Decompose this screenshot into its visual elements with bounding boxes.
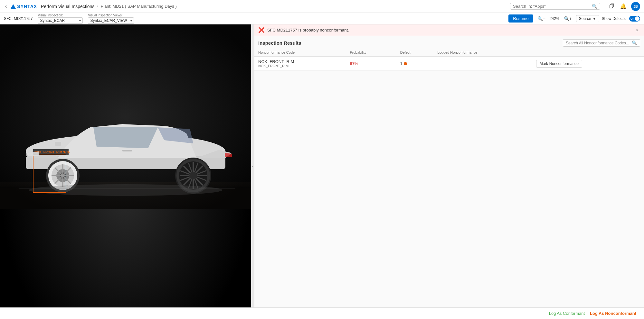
col-actions [532, 49, 644, 57]
logo-text: SYNTAX [17, 4, 37, 9]
toggle-knob [635, 16, 639, 21]
resume-button[interactable]: Resume [508, 14, 533, 23]
results-search: 🔍 [563, 39, 640, 47]
probability-value: 97% [350, 61, 358, 66]
alert-banner: ❌ SFC MD211757 is probably nonconformant… [254, 24, 644, 36]
svg-point-26 [189, 172, 197, 179]
back-button[interactable]: ‹ [4, 2, 8, 11]
results-header: Inspection Results 🔍 [254, 36, 644, 49]
search-input[interactable] [513, 4, 590, 9]
visual-inspection-select-wrapper: Syntax_ECAR [38, 17, 83, 24]
visual-inspection-select[interactable]: Syntax_ECAR [38, 17, 83, 24]
logged-nonconformance-cell [434, 57, 532, 71]
col-nonconformance-code: Nonconformance Code [254, 49, 346, 57]
nav-right: 🗍 🔔 JB [608, 2, 640, 11]
zoom-level: 242% [550, 16, 560, 21]
visual-inspection-group: Visual Inspection: Syntax_ECAR [38, 14, 83, 24]
col-logged-nonconformance: Logged Nonconformance [434, 49, 532, 57]
source-label: Source [579, 16, 591, 21]
nonconformance-code-cell: NOK_FRONT_RIM NOK_FRONT_RIM [254, 57, 346, 71]
visual-inspection-views-select[interactable]: Syntax_ECAR_VIEW [88, 17, 134, 24]
alert-text: SFC MD211757 is probably nonconformant. [267, 28, 632, 32]
svg-rect-3 [0, 24, 251, 209]
nonconformance-code-main: NOK_FRONT_RIM [258, 59, 342, 64]
nonconformance-search-input[interactable] [566, 41, 630, 45]
source-chevron-icon: ▼ [592, 16, 596, 21]
svg-rect-28 [19, 188, 235, 189]
search-icon-button[interactable]: 🔍 [592, 4, 597, 9]
plant-info: Plant: MD21 ( SAP Manufacturing Days ) [101, 4, 177, 9]
sfc-label: SFC: MD211757 [4, 16, 33, 21]
search-bar: 🔍 [510, 3, 600, 10]
source-button[interactable]: Source ▼ [576, 15, 599, 22]
defect-dot-icon [404, 62, 407, 65]
show-defects-label: Show Defects: [602, 16, 627, 21]
nonconformance-search-button[interactable]: 🔍 [632, 41, 637, 45]
main-content: NOK_FRONT_RIM 97% ⋮ ❌ SFC MD211757 is pr… [0, 24, 644, 307]
logo-area: SYNTAX [11, 4, 37, 9]
defect-count: 1 [400, 61, 430, 66]
visual-inspection-views-label: Visual Inspection Views: [88, 14, 134, 17]
col-defect: Defect [396, 49, 434, 57]
visual-inspection-views-select-wrapper: Syntax_ECAR_VIEW [88, 17, 134, 24]
log-as-nonconformant-button[interactable]: Log As Nonconformant [590, 311, 636, 316]
alert-error-icon: ❌ [258, 27, 265, 33]
defect-number: 1 [400, 61, 402, 66]
svg-point-27 [29, 184, 222, 196]
top-nav: ‹ SYNTAX Perform Visual Inspections › Pl… [0, 0, 644, 13]
results-table: Nonconformance Code Probability Defect L… [254, 49, 644, 71]
bell-icon-button[interactable]: 🔔 [619, 2, 628, 11]
svg-rect-32 [122, 150, 132, 151]
sub-toolbar: SFC: MD211757 Visual Inspection: Syntax_… [0, 13, 644, 24]
image-panel: NOK_FRONT_RIM 97% [0, 24, 251, 307]
results-title: Inspection Results [258, 40, 301, 46]
logo-icon [11, 4, 16, 9]
log-as-conformant-button[interactable]: Log As Conformant [549, 311, 585, 316]
zoom-out-button[interactable]: 🔍− [536, 15, 547, 22]
svg-text:NOK_FRONT_RIM 97%: NOK_FRONT_RIM 97% [34, 150, 70, 154]
avatar-button[interactable]: JB [631, 2, 640, 11]
table-header-row: Nonconformance Code Probability Defect L… [254, 49, 644, 57]
visual-inspection-views-group: Visual Inspection Views: Syntax_ECAR_VIE… [88, 14, 134, 24]
mark-nonconformance-button[interactable]: Mark Nonconformance [536, 60, 582, 68]
bottom-bar: Log As Conformant Log As Nonconformant [0, 307, 644, 319]
svg-rect-33 [55, 142, 61, 146]
car-image: NOK_FRONT_RIM 97% [0, 24, 251, 209]
results-panel: ❌ SFC MD211757 is probably nonconformant… [254, 24, 644, 307]
page-title: Perform Visual Inspections [41, 4, 94, 9]
actions-cell: Mark Nonconformance [532, 57, 644, 71]
files-icon-button[interactable]: 🗍 [608, 2, 616, 11]
table-row: NOK_FRONT_RIM NOK_FRONT_RIM 97% 1 [254, 57, 644, 71]
panel-divider[interactable]: ⋮ [251, 24, 254, 307]
alert-close-button[interactable]: × [635, 27, 640, 33]
toolbar-right: Resume 🔍− 242% 🔍+ Source ▼ Show Defects: [508, 14, 640, 23]
zoom-in-button[interactable]: 🔍+ [562, 15, 573, 22]
col-probability: Probability [346, 49, 396, 57]
probability-cell: 97% [346, 57, 396, 71]
title-chevron-icon: › [97, 5, 98, 8]
nonconformance-code-sub: NOK_FRONT_RIM [258, 64, 342, 68]
show-defects-toggle[interactable] [629, 16, 640, 22]
defect-cell: 1 [396, 57, 434, 71]
visual-inspection-label: Visual Inspection: [38, 14, 83, 17]
